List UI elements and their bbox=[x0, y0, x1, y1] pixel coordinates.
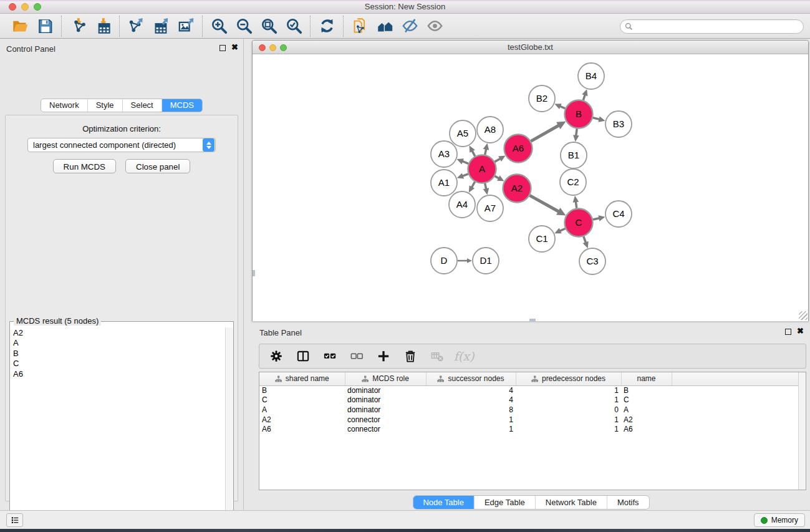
cell[interactable]: 1 bbox=[426, 415, 516, 425]
window-resize-grip[interactable] bbox=[799, 311, 808, 320]
tab-node-table[interactable]: Node Table bbox=[413, 496, 474, 509]
result-item[interactable]: A bbox=[11, 338, 224, 348]
network-node-A3[interactable]: A3 bbox=[431, 141, 457, 167]
edge-C-C1[interactable] bbox=[560, 228, 566, 231]
import-network-icon[interactable] bbox=[68, 16, 88, 36]
edge-C-C4[interactable] bbox=[593, 218, 599, 220]
tab-style[interactable]: Style bbox=[87, 99, 122, 112]
network-node-A7[interactable]: A7 bbox=[477, 195, 503, 221]
edge-A-A7[interactable] bbox=[485, 183, 486, 189]
add-row-icon[interactable] bbox=[374, 347, 393, 365]
tab-select[interactable]: Select bbox=[122, 99, 162, 112]
network-node-A4[interactable]: A4 bbox=[449, 191, 475, 218]
network-node-B[interactable]: B bbox=[565, 100, 593, 128]
deselect-all-icon[interactable] bbox=[347, 347, 366, 365]
edge-C-C2[interactable] bbox=[576, 201, 576, 208]
network-node-B4[interactable]: B4 bbox=[578, 63, 604, 89]
delete-row-icon[interactable] bbox=[401, 347, 420, 365]
cell[interactable]: 1 bbox=[516, 415, 621, 425]
import-table-icon[interactable] bbox=[93, 16, 113, 36]
tab-mcds[interactable]: MCDS bbox=[162, 99, 202, 112]
tab-network[interactable]: Network bbox=[41, 99, 87, 112]
gear-icon[interactable] bbox=[267, 347, 286, 365]
cell[interactable]: connector bbox=[345, 424, 426, 434]
network-node-B3[interactable]: B3 bbox=[605, 111, 632, 137]
cell[interactable]: A6 bbox=[621, 424, 672, 434]
edge-C-C3[interactable] bbox=[584, 236, 586, 243]
export-image-icon[interactable] bbox=[176, 16, 196, 36]
cell[interactable]: 1 bbox=[426, 424, 516, 434]
cell[interactable]: 1 bbox=[516, 385, 621, 395]
cell[interactable]: B bbox=[259, 385, 345, 395]
result-item[interactable]: A2 bbox=[11, 328, 224, 338]
table-row-C[interactable]: Cdominator41C bbox=[259, 395, 806, 405]
edge-A6-B[interactable] bbox=[531, 125, 559, 141]
result-item[interactable]: B bbox=[11, 349, 224, 359]
column-header-name[interactable]: name bbox=[621, 372, 672, 385]
cell[interactable]: 1 bbox=[516, 395, 621, 405]
network-node-C4[interactable]: C4 bbox=[605, 201, 632, 227]
cell[interactable]: 4 bbox=[426, 385, 516, 395]
network-node-C2[interactable]: C2 bbox=[560, 169, 586, 195]
network-node-B1[interactable]: B1 bbox=[561, 142, 587, 168]
network-node-D[interactable]: D bbox=[431, 248, 457, 274]
table-close-panel-icon[interactable]: ✖ bbox=[797, 326, 804, 336]
home-views-icon[interactable] bbox=[375, 16, 395, 36]
tab-network-table[interactable]: Network Table bbox=[535, 496, 607, 509]
network-canvas[interactable]: B4B2BB3A8A5A6A3B1AA1C2A2A4A7C4CC1C3DD1 bbox=[253, 54, 808, 321]
cell[interactable]: dominator bbox=[345, 385, 426, 395]
cell[interactable]: C bbox=[621, 395, 672, 405]
cell[interactable]: B bbox=[621, 385, 672, 395]
cell[interactable]: A bbox=[621, 405, 672, 415]
edge-B-B1[interactable] bbox=[576, 128, 577, 135]
column-header-predecessor-nodes[interactable]: predecessor nodes bbox=[516, 372, 621, 385]
search-field[interactable] bbox=[620, 19, 804, 34]
result-list-scrollbar[interactable] bbox=[225, 327, 233, 532]
table-row-B[interactable]: Bdominator41B bbox=[259, 385, 806, 395]
network-node-B2[interactable]: B2 bbox=[529, 85, 555, 112]
cell[interactable]: 1 bbox=[516, 424, 621, 434]
network-node-A[interactable]: A bbox=[468, 155, 496, 183]
table-scrollbar[interactable] bbox=[798, 372, 806, 490]
cell[interactable]: dominator bbox=[345, 405, 426, 415]
float-panel-icon[interactable] bbox=[219, 45, 226, 51]
export-table-icon[interactable] bbox=[151, 16, 171, 36]
folder-open-icon[interactable] bbox=[10, 16, 30, 36]
table-row-A[interactable]: Adominator80A bbox=[259, 405, 806, 415]
column-header-successor-nodes[interactable]: successor nodes bbox=[426, 372, 516, 385]
edge-A-A4[interactable] bbox=[471, 181, 475, 187]
table-row-A2[interactable]: A2connector11A2 bbox=[259, 415, 806, 425]
zoom-fit-icon[interactable] bbox=[259, 16, 279, 36]
network-node-A1[interactable]: A1 bbox=[431, 170, 457, 196]
network-node-A2[interactable]: A2 bbox=[503, 175, 531, 203]
task-history-button[interactable] bbox=[6, 513, 23, 527]
column-header-shared-name[interactable]: shared name bbox=[259, 372, 345, 385]
column-header-MCDS-role[interactable]: MCDS role bbox=[345, 372, 426, 385]
zoom-in-icon[interactable] bbox=[209, 16, 229, 36]
cell[interactable]: 4 bbox=[426, 395, 516, 405]
mcds-result-list[interactable]: A2ABCA6 bbox=[11, 328, 224, 532]
zoom-selected-icon[interactable] bbox=[284, 16, 304, 36]
edge-A-A8[interactable] bbox=[485, 149, 486, 155]
edge-B-B2[interactable] bbox=[560, 106, 565, 109]
edge-A-A3[interactable] bbox=[462, 161, 468, 163]
cell[interactable]: connector bbox=[345, 415, 426, 425]
network-node-D1[interactable]: D1 bbox=[473, 248, 499, 274]
edge-A-A5[interactable] bbox=[472, 151, 475, 157]
cell[interactable]: dominator bbox=[345, 395, 426, 405]
export-network-icon[interactable] bbox=[126, 16, 146, 36]
tab-motifs[interactable]: Motifs bbox=[607, 496, 649, 509]
memory-button[interactable]: Memory bbox=[754, 513, 805, 527]
tab-edge-table[interactable]: Edge Table bbox=[474, 496, 535, 509]
edge-B-B3[interactable] bbox=[593, 118, 600, 120]
result-item[interactable]: A6 bbox=[11, 369, 224, 379]
cell[interactable]: 0 bbox=[516, 405, 621, 415]
columns-icon[interactable] bbox=[294, 347, 312, 365]
zoom-out-icon[interactable] bbox=[234, 16, 254, 36]
network-node-C3[interactable]: C3 bbox=[579, 248, 605, 274]
edge-A-A2[interactable] bbox=[495, 176, 499, 178]
cell[interactable]: A2 bbox=[621, 415, 672, 425]
network-node-A6[interactable]: A6 bbox=[504, 135, 533, 163]
edge-A2-C[interactable] bbox=[530, 195, 559, 211]
close-panel-icon[interactable]: ✖ bbox=[231, 42, 238, 52]
